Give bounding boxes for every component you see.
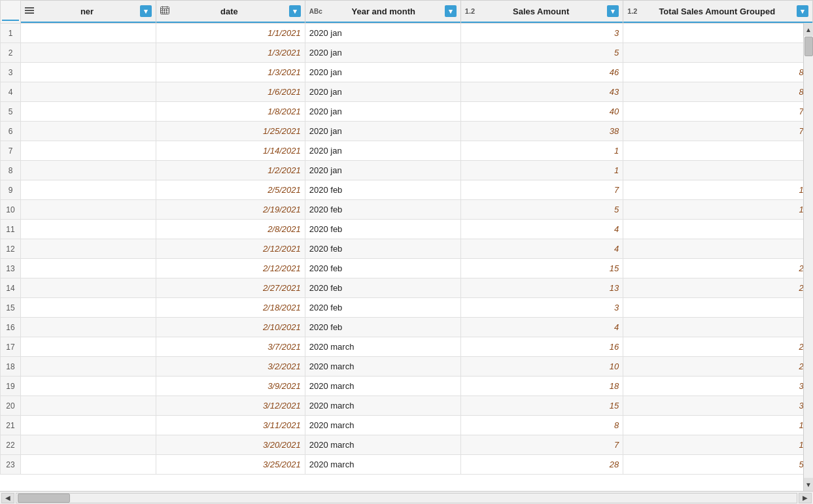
yearmonth-type-icon: ABc: [309, 8, 322, 15]
row-number: 8: [1, 161, 21, 180]
cell-yearmonth: 2020 jan: [305, 82, 460, 102]
totalsales-dropdown-button[interactable]: [797, 5, 808, 17]
cell-salesamount: 4: [460, 318, 623, 337]
table-row: 233/25/20212020 march2858: [1, 455, 813, 475]
cell-customer: [21, 239, 156, 259]
scroll-right-button[interactable]: ▶: [799, 493, 812, 503]
salesamount-dropdown-button[interactable]: [607, 5, 619, 17]
cell-yearmonth: 2020 jan: [305, 141, 460, 161]
cell-yearmonth: 2020 march: [305, 435, 460, 455]
cell-date: 3/12/2021: [156, 396, 305, 416]
table-body: 11/1/20212020 jan3821/3/20212020 jan5831…: [1, 24, 813, 475]
salesamount-type-icon: 1.2: [465, 7, 475, 15]
table-row: 31/3/20212020 jan4689: [1, 63, 813, 82]
customer-header-label: ner: [37, 7, 137, 16]
date-header-label: date: [172, 7, 286, 16]
cell-salesamount: 10: [460, 357, 623, 377]
cell-yearmonth: 2020 march: [305, 337, 460, 357]
row-number: 5: [1, 102, 21, 122]
cell-date: 2/18/2021: [156, 298, 305, 318]
table-row: 21/3/20212020 jan58: [1, 43, 813, 63]
cell-salesamount: 15: [460, 396, 623, 416]
cell-salesamount: 3: [460, 298, 623, 318]
cell-yearmonth: 2020 feb: [305, 200, 460, 220]
cell-salesamount: 4: [460, 239, 623, 259]
cell-salesamount: 16: [460, 337, 623, 357]
cell-totalsales: 28: [623, 278, 813, 298]
cell-totalsales: 33: [623, 377, 813, 396]
cell-totalsales: 12: [623, 200, 813, 220]
cell-totalsales: 2: [623, 141, 813, 161]
cell-date: 2/12/2021: [156, 239, 305, 259]
table-row: 152/18/20212020 feb37: [1, 298, 813, 318]
table-row: 162/10/20212020 feb47: [1, 318, 813, 337]
customer-type-icon: [25, 6, 34, 16]
cell-totalsales: 12: [623, 180, 813, 200]
cell-customer: [21, 318, 156, 337]
cell-salesamount: 15: [460, 259, 623, 278]
cell-salesamount: 1: [460, 161, 623, 180]
cell-salesamount: 43: [460, 82, 623, 102]
header-totalsales: 1.2Total Sales Amount Grouped: [623, 1, 813, 24]
date-dropdown-button[interactable]: [289, 5, 301, 17]
main-area: ner dateABcYear and month1.2Sales Amount…: [0, 0, 813, 504]
yearmonth-header-label: Year and month: [325, 7, 442, 16]
customer-dropdown-button[interactable]: [140, 5, 152, 17]
scroll-v-thumb[interactable]: [804, 37, 813, 56]
table-row: 102/19/20212020 feb512: [1, 200, 813, 220]
table-row: 112/8/20212020 feb48: [1, 220, 813, 239]
cell-customer: [21, 24, 156, 43]
vertical-scrollbar[interactable]: ▲ ▼: [803, 23, 813, 491]
table-row: 122/12/20212020 feb48: [1, 239, 813, 259]
cell-yearmonth: 2020 jan: [305, 161, 460, 180]
cell-salesamount: 5: [460, 200, 623, 220]
yearmonth-dropdown-button[interactable]: [445, 5, 457, 17]
salesamount-header-label: Sales Amount: [477, 7, 604, 16]
cell-yearmonth: 2020 feb: [305, 239, 460, 259]
cell-yearmonth: 2020 feb: [305, 259, 460, 278]
header-date: date: [156, 1, 305, 24]
cell-date: 2/12/2021: [156, 259, 305, 278]
row-number: 4: [1, 82, 21, 102]
svg-rect-1: [25, 10, 34, 11]
cell-salesamount: 18: [460, 377, 623, 396]
cell-customer: [21, 435, 156, 455]
row-number: 10: [1, 200, 21, 220]
cell-totalsales: 89: [623, 82, 813, 102]
cell-salesamount: 3: [460, 24, 623, 43]
cell-date: 1/3/2021: [156, 43, 305, 63]
cell-totalsales: 15: [623, 435, 813, 455]
cell-yearmonth: 2020 march: [305, 455, 460, 475]
cell-totalsales: 15: [623, 416, 813, 435]
cell-yearmonth: 2020 feb: [305, 318, 460, 337]
cell-date: 3/20/2021: [156, 435, 305, 455]
table-row: 213/11/20212020 march815: [1, 416, 813, 435]
cell-customer: [21, 82, 156, 102]
cell-date: 3/9/2021: [156, 377, 305, 396]
cell-totalsales: 2: [623, 161, 813, 180]
cell-totalsales: 28: [623, 259, 813, 278]
rownum-header: [1, 1, 21, 24]
horizontal-scrollbar[interactable]: ◀ ▶: [0, 491, 813, 504]
scroll-left-button[interactable]: ◀: [1, 493, 14, 503]
row-number: 6: [1, 122, 21, 141]
cell-totalsales: 26: [623, 357, 813, 377]
cell-customer: [21, 43, 156, 63]
row-number: 20: [1, 396, 21, 416]
scroll-down-button[interactable]: ▼: [804, 478, 814, 491]
cell-totalsales: 89: [623, 63, 813, 82]
row-number: 18: [1, 357, 21, 377]
cell-salesamount: 1: [460, 141, 623, 161]
scroll-h-thumb[interactable]: [18, 494, 70, 503]
row-number: 3: [1, 63, 21, 82]
cell-salesamount: 46: [460, 63, 623, 82]
scroll-up-button[interactable]: ▲: [804, 23, 814, 36]
data-table: ner dateABcYear and month1.2Sales Amount…: [0, 0, 813, 475]
cell-totalsales: 7: [623, 298, 813, 318]
table-row: 92/5/20212020 feb712: [1, 180, 813, 200]
cell-yearmonth: 2020 jan: [305, 43, 460, 63]
row-number: 21: [1, 416, 21, 435]
cell-yearmonth: 2020 march: [305, 377, 460, 396]
cell-salesamount: 13: [460, 278, 623, 298]
cell-date: 1/6/2021: [156, 82, 305, 102]
